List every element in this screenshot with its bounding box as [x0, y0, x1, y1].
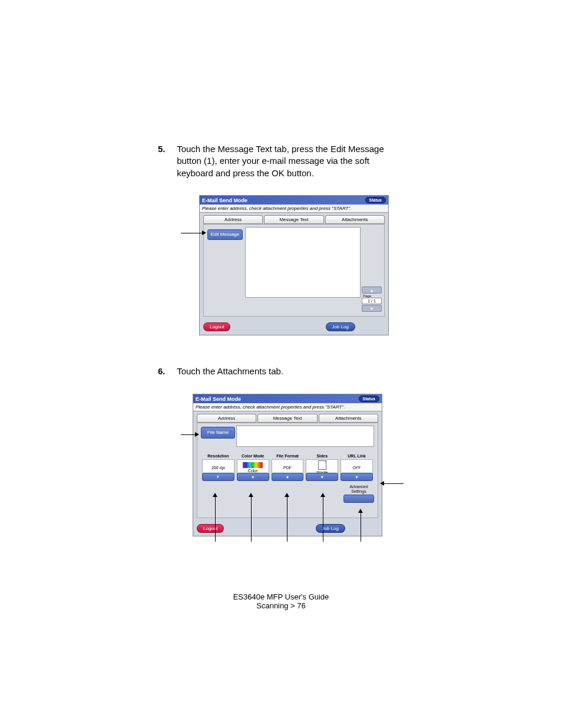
s1-instruction: Please enter address, check attachment p… — [200, 205, 388, 213]
fileformat-dropdown[interactable]: ▼ — [272, 473, 304, 481]
urllink-dropdown[interactable]: ▼ — [340, 473, 373, 481]
s1-tab-message-text[interactable]: Message Text — [264, 215, 323, 224]
s1-status-button[interactable]: Status — [365, 197, 386, 203]
s1-tab-attachments[interactable]: Attachments — [325, 215, 385, 224]
page-value: 1 / 1 — [362, 298, 382, 304]
message-textarea[interactable] — [245, 227, 361, 298]
step-6-number: 6. — [158, 365, 174, 377]
opt-colormode-label: Color Mode — [237, 454, 269, 458]
s1-tab-address[interactable]: Address — [203, 215, 263, 224]
s2-tab-message-text[interactable]: Message Text — [257, 414, 317, 423]
edit-message-button[interactable]: Edit Message — [207, 229, 243, 240]
sides-dropdown[interactable]: ▼ — [306, 473, 338, 481]
page-footer: ES3640e MFP User's Guide Scanning > 76 — [0, 592, 562, 610]
resolution-dropdown[interactable]: ▾ — [202, 473, 234, 481]
s2-tab-attachments[interactable]: Attachments — [319, 414, 378, 423]
color-swatch-icon — [243, 462, 263, 468]
step-6-text: Touch the Attachments tab. — [177, 365, 406, 377]
opt-sides-label: Sides — [306, 454, 338, 458]
s1-title: E-Mail Send Mode — [202, 197, 247, 203]
colormode-dropdown[interactable]: ▼ — [237, 473, 269, 481]
opt-urllink-label: URL Link — [340, 454, 373, 458]
s2-joblog-button[interactable]: Job Log — [316, 524, 345, 533]
step-5-text: Touch the Message Text tab, press the Ed… — [177, 143, 406, 179]
single-page-icon — [318, 460, 326, 470]
advanced-settings-label: Advanced Settings — [343, 485, 374, 493]
s2-status-button[interactable]: Status — [359, 396, 379, 402]
screenshot-attachments: E-Mail Send Mode Status Please enter add… — [193, 394, 382, 536]
opt-resolution-label: Resolution — [202, 454, 234, 458]
step-5-number: 5. — [158, 143, 174, 155]
s2-logout-button[interactable]: Logout — [197, 524, 224, 533]
s2-title: E-Mail Send Mode — [196, 396, 241, 402]
advanced-settings-button[interactable] — [343, 495, 374, 503]
file-name-field[interactable] — [236, 426, 374, 447]
s1-joblog-button[interactable]: Job Log — [326, 322, 355, 331]
s1-logout-button[interactable]: Logout — [203, 322, 230, 331]
s2-instruction: Please enter address, check attachment p… — [193, 403, 382, 411]
screenshot-message-text: E-Mail Send Mode Status Please enter add… — [199, 195, 389, 335]
file-name-button[interactable]: File Name — [201, 427, 235, 439]
page-down-button[interactable]: ▼ — [362, 305, 382, 312]
page-up-button[interactable]: ▲ — [362, 286, 382, 294]
s2-tab-address[interactable]: Address — [197, 414, 256, 423]
opt-fileformat-label: File Format — [272, 454, 304, 458]
